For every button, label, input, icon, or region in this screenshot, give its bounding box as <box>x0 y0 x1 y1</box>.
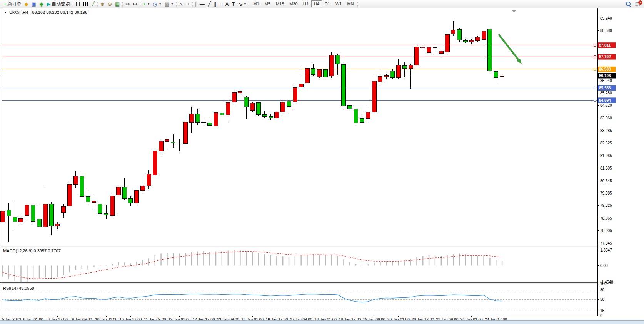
svg-text:77.345: 77.345 <box>600 241 612 245</box>
toolbar-right: 1 <box>626 2 644 7</box>
terminal-icon: ▣ <box>32 2 36 7</box>
svg-text:84.894: 84.894 <box>599 98 611 102</box>
trendline-icon: ╱ <box>208 2 211 7</box>
zoom-in-button[interactable]: ⊕ <box>99 0 106 8</box>
equidistant-channel-button[interactable]: ∥ <box>212 0 218 8</box>
new-order-label: 新订单 <box>8 1 22 7</box>
new-order-icon: + <box>3 2 7 7</box>
horizontal-line-icon: — <box>200 2 205 7</box>
line-chart-button[interactable]: ╱ <box>90 0 96 8</box>
text-label-button[interactable]: T <box>230 0 237 8</box>
toolbar-group: +▼◷▼▧▼ <box>140 0 177 8</box>
svg-text:81.305: 81.305 <box>600 166 612 170</box>
svg-text:78.665: 78.665 <box>600 216 612 220</box>
timeframe-w1[interactable]: W1 <box>333 0 345 7</box>
trendline-button[interactable]: ╱ <box>206 0 212 8</box>
templates-button[interactable]: ▧▼ <box>163 0 175 8</box>
svg-text:0.00: 0.00 <box>600 264 608 268</box>
metaeditor-button[interactable]: ◆ <box>23 0 30 8</box>
line-chart-icon: ╱ <box>92 2 95 7</box>
svg-text:84.620: 84.620 <box>600 103 612 107</box>
timeframe-m5[interactable]: M5 <box>262 0 273 7</box>
toolbar-group: ↦↤ <box>123 0 140 8</box>
svg-text:83.960: 83.960 <box>600 116 612 120</box>
bar-chart-button[interactable] <box>74 0 82 8</box>
svg-text:83.285: 83.285 <box>600 129 612 133</box>
svg-text:89.240: 89.240 <box>600 16 612 20</box>
chevron-down-icon[interactable]: ▼ <box>244 3 246 5</box>
toolbar-group: +新订单◆▣◉▶自动交易 <box>1 0 73 8</box>
text-label-icon: T <box>232 2 235 7</box>
svg-text:80.645: 80.645 <box>600 179 612 183</box>
terminal-button[interactable]: ▣ <box>30 0 38 8</box>
horizontal-lines[interactable] <box>2 44 597 101</box>
candles <box>1 21 504 242</box>
strategy-tester-button[interactable]: ◉ <box>38 0 45 8</box>
arrows-button[interactable]: ↘▼ <box>236 0 248 8</box>
chevron-down-icon[interactable]: ▼ <box>171 3 174 5</box>
timeframe-h1[interactable]: H1 <box>300 0 311 7</box>
timeframe-m1[interactable]: M1 <box>250 0 262 7</box>
svg-text:78.005: 78.005 <box>600 228 612 233</box>
svg-text:0: 0 <box>600 314 602 318</box>
new-order-button[interactable]: +新订单 <box>2 0 23 8</box>
timeframe-mn[interactable]: MN <box>344 0 356 7</box>
rsi-label: RSI(14) 45.0558 <box>3 286 34 290</box>
periods-clock-icon: ◷ <box>153 2 157 7</box>
price-axis: 89.24088.58085.94085.28084.62083.96083.2… <box>597 16 616 245</box>
svg-text:-1.4548: -1.4548 <box>600 280 613 284</box>
svg-text:79.325: 79.325 <box>600 203 612 208</box>
svg-text:86.196: 86.196 <box>599 74 611 78</box>
chart-symbol-period: UKOil-,H4 <box>9 10 28 15</box>
zoom-in-icon: ⊕ <box>100 2 105 7</box>
search-icon[interactable] <box>626 2 631 7</box>
channel-icon: ∥ <box>214 2 217 7</box>
text-button[interactable]: A <box>224 0 230 8</box>
vertical-line-button[interactable]: | <box>194 0 198 8</box>
timeframe-m30[interactable]: M30 <box>287 0 300 7</box>
chart-shift-button[interactable]: ↤ <box>131 0 138 8</box>
timeframe-h4[interactable]: H4 <box>311 0 322 7</box>
svg-text:50: 50 <box>600 297 605 302</box>
text-icon: A <box>225 2 229 7</box>
svg-text:86.533: 86.533 <box>599 67 611 71</box>
toolbar-group: ⊕⊖▦ <box>98 0 123 8</box>
tile-windows-button[interactable]: ▦ <box>113 0 121 8</box>
candlestick-chart-button[interactable] <box>82 0 90 8</box>
cursor-button[interactable]: ↖ <box>178 0 185 8</box>
crosshair-button[interactable]: + <box>185 0 191 8</box>
horizontal-line-button[interactable]: — <box>198 0 206 8</box>
timeframe-m15[interactable]: M15 <box>273 0 287 7</box>
fibonacci-button[interactable]: ≡ <box>218 0 224 8</box>
fibonacci-icon: ≡ <box>219 2 222 7</box>
notifications-icon[interactable]: 1 <box>635 2 641 6</box>
metaeditor-icon: ◆ <box>25 2 28 7</box>
auto-scroll-button[interactable]: ↦ <box>124 0 131 8</box>
indicators-icon: + <box>143 2 146 7</box>
zoom-out-icon: ⊖ <box>108 2 112 7</box>
chevron-down-icon[interactable]: ▼ <box>159 3 162 5</box>
toolbar-group: |—╱∥≡AT↘▼ <box>193 0 250 8</box>
chart-shift-marker[interactable] <box>511 10 517 12</box>
chart-title-dropdown-icon[interactable]: ▼ <box>4 11 7 14</box>
timeframe-d1[interactable]: D1 <box>322 0 333 7</box>
svg-text:82.625: 82.625 <box>600 141 612 145</box>
tile-windows-icon: ▦ <box>115 2 120 7</box>
svg-text:85.280: 85.280 <box>600 91 612 95</box>
vertical-line-icon: | <box>195 2 197 7</box>
trend-arrow-annotation[interactable] <box>499 34 522 64</box>
toolbar-group: ↖+ <box>177 0 193 8</box>
chart-ohlc-readout: 86.162 86.232 86.142 86.196 <box>32 10 87 15</box>
svg-text:87.192: 87.192 <box>599 55 611 59</box>
chevron-down-icon[interactable]: ▼ <box>147 3 150 5</box>
panel-frame <box>0 8 598 316</box>
indicators-button[interactable]: +▼ <box>141 0 152 8</box>
svg-text:81.965: 81.965 <box>600 154 612 158</box>
svg-text:85.553: 85.553 <box>599 86 611 90</box>
periods-button[interactable]: ◷▼ <box>152 0 163 8</box>
zoom-out-button[interactable]: ⊖ <box>106 0 113 8</box>
svg-text:87.811: 87.811 <box>599 43 611 47</box>
svg-text:1.3547: 1.3547 <box>600 248 612 252</box>
autotrading-button[interactable]: ▶自动交易 <box>45 0 72 8</box>
timeframe-group: M1M5M15M30H1H4D1W1MN <box>249 0 358 8</box>
